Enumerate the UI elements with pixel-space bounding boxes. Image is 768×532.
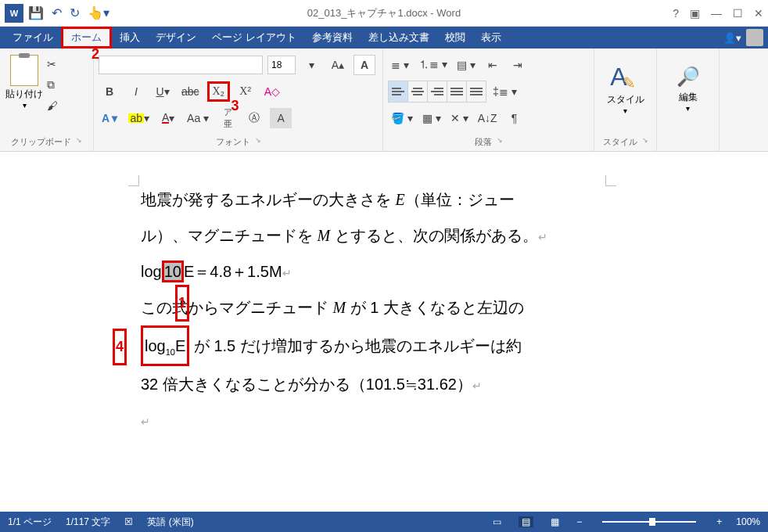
doc-line-4: この式からマグニチュード M が 1 大きくなると左辺の <box>141 289 674 325</box>
paragraph-mark: ↵ <box>472 379 482 392</box>
font-size-dropdown-icon[interactable]: ▾ <box>300 55 322 75</box>
zoom-in-button[interactable]: + <box>716 516 722 527</box>
zoom-level[interactable]: 100% <box>736 516 760 527</box>
clear-formatting-button[interactable]: A◇ <box>261 81 283 102</box>
borders-button[interactable]: ▦ ▾ <box>419 108 444 128</box>
align-left-button[interactable] <box>389 81 408 102</box>
paragraph-launcher-icon[interactable]: ↘ <box>497 136 503 148</box>
tab-mailings[interactable]: 差し込み文書 <box>361 27 437 49</box>
bold-button[interactable]: B <box>99 81 120 102</box>
text-effects-button[interactable]: A ▾ <box>99 108 120 128</box>
decrease-indent-button[interactable]: ⇤ <box>482 55 504 75</box>
character-border-button[interactable]: A <box>353 55 375 75</box>
status-language[interactable]: 英語 (米国) <box>147 516 193 529</box>
help-icon[interactable]: ? <box>673 7 679 20</box>
copy-icon[interactable]: ⧉ <box>47 78 58 92</box>
maximize-button[interactable]: ☐ <box>733 7 743 20</box>
group-editing: 🔎 編集 ▾ <box>657 49 720 151</box>
format-painter-icon[interactable]: 🖌 <box>47 99 58 112</box>
zoom-thumb[interactable] <box>649 518 655 526</box>
strikethrough-button[interactable]: abc <box>178 81 203 102</box>
clipboard-launcher-icon[interactable]: ↘ <box>76 136 82 148</box>
status-page[interactable]: 1/1 ページ <box>8 516 52 529</box>
increase-indent-button[interactable]: ⇥ <box>507 55 529 75</box>
view-print-layout[interactable]: ▤ <box>519 516 533 527</box>
callout-2: 2 <box>92 46 99 63</box>
shading-button[interactable]: 🪣 ▾ <box>388 108 416 128</box>
styles-label: スタイル <box>603 136 637 148</box>
font-family-input[interactable] <box>99 56 263 74</box>
line-spacing-button[interactable]: ‡≣ ▾ <box>490 81 520 102</box>
redo-icon[interactable]: ↻ <box>70 5 80 20</box>
numbering-button[interactable]: ⒈≣ ▾ <box>415 55 450 75</box>
close-button[interactable]: ✕ <box>754 7 763 20</box>
editing-button-label: 編集 <box>662 91 714 104</box>
font-label: フォント <box>216 136 250 148</box>
align-center-button[interactable] <box>408 81 428 102</box>
minimize-button[interactable]: — <box>711 7 722 20</box>
tab-file[interactable]: ファイル <box>5 27 61 49</box>
ribbon-display-icon[interactable]: ▣ <box>690 7 700 20</box>
tab-home-label: ホーム <box>71 31 102 45</box>
tab-review[interactable]: 校閲 <box>437 27 473 49</box>
tab-references[interactable]: 参考資料 <box>304 27 361 49</box>
doc-line-7: ↵ <box>141 402 674 438</box>
status-word-count[interactable]: 1/117 文字 <box>66 516 110 529</box>
font-color-button[interactable]: A ▾ <box>157 108 179 128</box>
underline-button[interactable]: U ▾ <box>152 81 174 102</box>
change-case-button[interactable]: Aa ▾ <box>184 108 212 128</box>
avatar[interactable] <box>746 29 763 46</box>
paragraph-mark: ↵ <box>538 231 547 243</box>
tab-view[interactable]: 表示 <box>473 27 509 49</box>
styles-button-label: スタイル <box>599 93 651 106</box>
align-right-button[interactable] <box>428 81 447 102</box>
font-size-input[interactable] <box>267 56 296 74</box>
show-hide-button[interactable]: ¶ <box>504 108 526 128</box>
signin-icon[interactable]: 👤▾ <box>723 32 741 44</box>
window-title: 02_013_キャプチャ1.docx - Word <box>0 6 768 20</box>
doc-line-2: ル）、マグニチュードを M とすると、次の関係がある。↵ <box>141 217 674 253</box>
view-read-mode[interactable]: ▭ <box>490 516 504 527</box>
italic-button[interactable]: I <box>125 81 147 102</box>
document-content[interactable]: 地震が発するエネルギーの大きさを E（単位：ジュー ル）、マグニチュードを M … <box>141 182 674 438</box>
tab-design[interactable]: デザイン <box>148 27 204 49</box>
highlight-button[interactable]: ab ▾ <box>125 108 153 128</box>
grow-font-button[interactable]: A▴ <box>327 55 349 75</box>
asian-layout-button[interactable]: ✕ ▾ <box>447 108 472 128</box>
multilevel-button[interactable]: ▤ ▾ <box>454 55 479 75</box>
align-justify-button[interactable] <box>447 81 467 102</box>
document-area[interactable]: 地震が発するエネルギーの大きさを E（単位：ジュー ル）、マグニチュードを M … <box>0 152 768 512</box>
undo-icon[interactable]: ↶ <box>52 5 62 20</box>
status-bar: 1/1 ページ 1/117 文字 ☒ 英語 (米国) ▭ ▤ ▦ − + 100… <box>0 512 768 532</box>
enclose-char-button[interactable]: Ⓐ <box>243 108 265 128</box>
font-launcher-icon[interactable]: ↘ <box>255 136 261 148</box>
styles-button[interactable]: A✎ スタイル ▾ <box>599 52 651 115</box>
styles-icon: A✎ <box>599 63 651 92</box>
character-shading-button[interactable]: A <box>270 108 292 128</box>
paragraph-label: 段落 <box>475 136 492 148</box>
editing-label <box>687 138 689 148</box>
find-icon: 🔎 <box>662 66 714 88</box>
tab-insert[interactable]: 挿入 <box>112 27 148 49</box>
paste-button[interactable]: 貼り付け ▾ <box>5 52 44 118</box>
sort-button[interactable]: A↓Z <box>475 108 501 128</box>
status-spellcheck-icon[interactable]: ☒ <box>124 516 133 527</box>
styles-launcher-icon[interactable]: ↘ <box>642 136 648 148</box>
zoom-slider[interactable] <box>602 521 696 523</box>
group-styles: A✎ スタイル ▾ スタイル↘ <box>594 49 657 151</box>
group-paragraph: ≣ ▾ ⒈≣ ▾ ▤ ▾ ⇤ ⇥ ‡≣ ▾ 🪣 ▾ ▦ ▾ ✕ ▾ A↓Z ¶ … <box>383 49 594 151</box>
editing-button[interactable]: 🔎 編集 ▾ <box>662 52 714 113</box>
tab-layout[interactable]: ページ レイアウト <box>204 27 304 49</box>
group-font: ▾ A▴ A B I U ▾ abc X2 3 X2 A◇ A ▾ ab ▾ A… <box>94 49 383 151</box>
touch-mode-icon[interactable]: 👆▾ <box>88 5 109 20</box>
view-web-layout[interactable]: ▦ <box>547 516 562 527</box>
subscript-button[interactable]: X2 3 <box>207 81 230 102</box>
align-distribute-button[interactable] <box>467 81 486 102</box>
save-icon[interactable]: 💾 <box>28 5 44 20</box>
tab-home[interactable]: ホーム 2 <box>61 27 112 49</box>
bullets-button[interactable]: ≣ ▾ <box>388 55 412 75</box>
cut-icon[interactable]: ✂ <box>47 58 58 70</box>
selected-text-10[interactable]: 10 <box>162 261 184 282</box>
paste-icon <box>10 55 38 86</box>
zoom-out-button[interactable]: − <box>576 516 582 527</box>
